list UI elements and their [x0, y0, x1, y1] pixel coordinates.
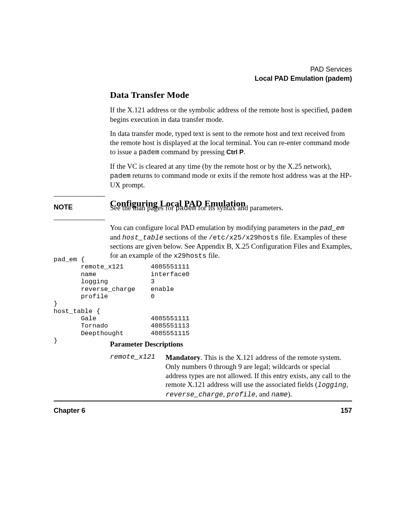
- note-rule-top: [54, 196, 105, 197]
- text: and: [110, 233, 122, 241]
- inline-code-ital: host_table: [122, 234, 163, 241]
- text: , and: [255, 390, 271, 398]
- inline-code-ital: reverse_charge: [166, 391, 223, 398]
- inline-code-ital: name: [271, 391, 288, 398]
- paragraph-2: In data transfer mode, typed text is sen…: [110, 129, 352, 157]
- note-rule-bottom: [54, 220, 105, 220]
- text: returns to command mode or exits if the …: [110, 171, 352, 189]
- note-block: NOTE See the man pages for padem for its…: [54, 196, 352, 220]
- inline-code: /etc/x25/x29hosts: [209, 234, 279, 241]
- text: If the X.121 address or the symbolic add…: [110, 106, 331, 114]
- text: sections of the: [163, 233, 209, 241]
- param-description: Mandatory. This is the X.121 address of …: [166, 353, 352, 399]
- inline-code-ital: profile: [227, 391, 256, 398]
- inline-code: padem: [331, 107, 352, 114]
- inline-code: padem: [139, 149, 159, 156]
- text: .: [244, 148, 245, 156]
- text: for its syntax and parameters.: [196, 204, 284, 212]
- text: file.: [207, 251, 220, 259]
- heading-parameter-descriptions: Parameter Descriptions: [110, 340, 352, 348]
- text: command by pressing: [159, 148, 226, 156]
- page: PAD Services Local PAD Emulation (padem)…: [0, 0, 411, 532]
- text: ).: [288, 390, 292, 398]
- keystroke: Ctrl P: [226, 149, 244, 156]
- heading-data-transfer: Data Transfer Mode: [110, 90, 352, 100]
- paragraph-4: You can configure local PAD emulation by…: [110, 223, 352, 260]
- text: You can configure local PAD emulation by…: [110, 224, 320, 232]
- text: ,: [223, 390, 227, 398]
- paragraph-1: If the X.121 address or the symbolic add…: [110, 105, 352, 124]
- header-subsection: Local PAD Emulation (padem): [255, 74, 352, 83]
- footer-chapter: Chapter 6: [54, 407, 85, 415]
- text: begins execution in data transfer mode.: [110, 115, 224, 123]
- code-listing: pad_em { remote_x121 4085551111 name int…: [54, 256, 190, 345]
- param-row: remote_x121 Mandatory. This is the X.121…: [110, 353, 352, 399]
- footer-rule: [54, 401, 352, 401]
- text: See the man pages for: [110, 204, 176, 212]
- inline-code-ital: logging: [317, 381, 346, 389]
- footer: Chapter 6 157: [54, 407, 352, 415]
- body-column: Data Transfer Mode If the X.121 address …: [110, 90, 352, 214]
- footer-page-number: 157: [341, 407, 352, 415]
- note-text: See the man pages for padem for its synt…: [110, 203, 284, 213]
- paragraph-3: If the VC is cleared at any time (by the…: [110, 162, 352, 189]
- running-header: PAD Services Local PAD Emulation (padem): [255, 65, 352, 83]
- after-code: Parameter Descriptions remote_x121 Manda…: [110, 340, 352, 399]
- param-name: remote_x121: [110, 353, 157, 361]
- inline-code: padem: [110, 172, 131, 180]
- note-label: NOTE: [54, 203, 110, 211]
- inline-code-ital: pad_em: [320, 224, 344, 232]
- note-row: NOTE See the man pages for padem for its…: [54, 203, 352, 213]
- text: ,: [346, 380, 348, 388]
- header-section: PAD Services: [255, 65, 352, 74]
- text: If the VC is cleared at any time (by the…: [110, 162, 331, 170]
- inline-code: padem: [176, 204, 196, 212]
- param-mandatory: Mandatory: [166, 353, 201, 361]
